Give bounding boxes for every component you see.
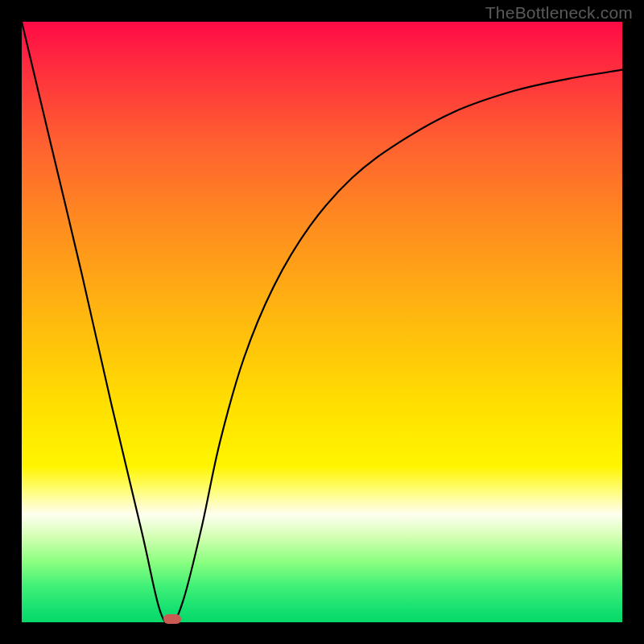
minimum-marker [163,614,181,624]
bottleneck-curve [22,22,622,622]
watermark-text: TheBottleneck.com [485,3,633,23]
chart-area [22,22,622,622]
curve-svg [22,22,622,622]
